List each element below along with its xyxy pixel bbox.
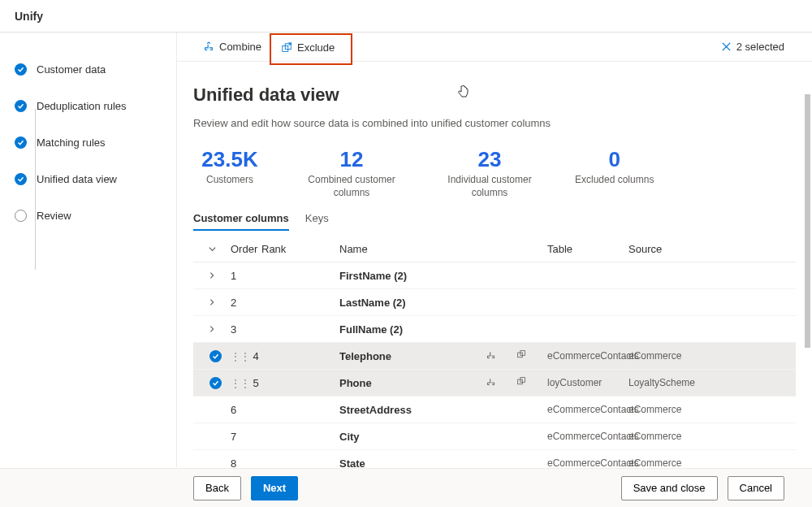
row-table: eCommerceContacts (547, 404, 628, 415)
row-source: eCommerce (628, 431, 718, 442)
row-name: Phone (339, 377, 486, 389)
step-label: Deduplication rules (37, 100, 127, 112)
action-toolbar: Combine Exclude 2 selected (177, 32, 812, 62)
back-button[interactable]: Back (193, 476, 241, 500)
exclude-icon[interactable] (516, 376, 527, 387)
stat-label: Individual customer columns (437, 174, 542, 199)
row-toggle[interactable] (193, 325, 231, 333)
table-row[interactable]: 6StreetAddresseCommerceContactseCommerce (193, 396, 796, 423)
row-toggle (193, 377, 231, 389)
table-row[interactable]: ⋮⋮ 4TelephoneeCommerceContactseCommerce (193, 343, 796, 370)
stat-label: Excluded columns (575, 174, 654, 187)
row-order: 3 (231, 323, 261, 336)
drag-handle-icon[interactable]: ⋮⋮ (231, 351, 250, 362)
main-panel: Combine Exclude 2 selected Unified data … (176, 32, 812, 467)
next-button[interactable]: Next (251, 476, 298, 500)
tab-keys[interactable]: Keys (305, 207, 329, 231)
stat-value: 0 (575, 147, 654, 172)
table-row[interactable]: 2LastName (2) (193, 289, 796, 316)
check-icon (15, 173, 27, 185)
col-order[interactable]: Order (231, 243, 261, 255)
row-table: eCommerceContacts (547, 431, 628, 442)
col-name[interactable]: Name (339, 243, 486, 255)
chevron-down-icon[interactable] (193, 245, 231, 254)
selection-count[interactable]: 2 selected (721, 41, 784, 53)
stat-value: 23.5K (193, 147, 266, 172)
check-icon (15, 63, 27, 76)
table-row[interactable]: 3FullName (2) (193, 316, 796, 343)
check-icon (15, 100, 27, 112)
columns-table: Order Rank Name Table Source 1FirstName … (193, 236, 796, 477)
step-review[interactable]: Review (15, 210, 176, 222)
row-order: 7 (231, 431, 261, 443)
table-row[interactable]: 1FirstName (2) (193, 262, 796, 289)
row-name: FullName (2) (339, 323, 486, 336)
selected-check-icon[interactable] (209, 377, 222, 389)
row-name: LastName (2) (339, 297, 486, 309)
scrollbar-thumb[interactable] (805, 94, 810, 348)
stat-label: Customers (193, 174, 266, 187)
wizard-sidebar: Customer data Deduplication rules Matchi… (0, 32, 176, 467)
step-label: Customer data (37, 63, 106, 76)
row-table: eCommerceContacts (547, 350, 628, 362)
stat-value: 12 (299, 147, 404, 172)
row-toggle (193, 350, 231, 362)
page-subtitle: Review and edit how source data is combi… (193, 117, 796, 129)
row-name: Telephone (339, 350, 486, 362)
exclude-icon (281, 42, 292, 54)
step-dedup-rules[interactable]: Deduplication rules (15, 100, 176, 112)
app-titlebar: Unify (0, 0, 812, 32)
row-order: 6 (231, 404, 261, 416)
row-name: StreetAddress (339, 404, 486, 416)
row-order: ⋮⋮ 4 (231, 350, 261, 362)
row-table: loyCustomer (547, 377, 628, 388)
stat-value: 23 (437, 147, 542, 172)
row-order: 1 (231, 270, 261, 282)
step-unified-data-view[interactable]: Unified data view (15, 173, 176, 185)
exclude-icon[interactable] (516, 349, 527, 360)
check-icon (15, 136, 27, 149)
selected-check-icon[interactable] (209, 350, 222, 362)
row-source: eCommerce (628, 350, 718, 362)
col-table[interactable]: Table (547, 243, 628, 255)
table-header: Order Rank Name Table Source (193, 236, 796, 262)
app-title: Unify (15, 10, 43, 23)
drag-handle-icon[interactable]: ⋮⋮ (231, 378, 250, 389)
table-row[interactable]: 7CityeCommerceContactseCommerce (193, 423, 796, 450)
step-label: Unified data view (37, 173, 117, 185)
row-name: FirstName (2) (339, 270, 486, 282)
exclude-button[interactable]: Exclude (276, 41, 339, 54)
step-label: Matching rules (37, 136, 106, 149)
view-tabs: Customer columns Keys (193, 207, 796, 231)
combine-button[interactable]: Combine (195, 37, 270, 56)
exclude-highlight-box: Exclude (270, 33, 352, 65)
stat-customers: 23.5K Customers (193, 147, 266, 199)
wizard-footer: Back Next Save and close Cancel (0, 468, 812, 507)
combine-icon (203, 41, 214, 53)
step-matching-rules[interactable]: Matching rules (15, 136, 176, 149)
page-title: Unified data view (193, 84, 796, 106)
table-row[interactable]: ⋮⋮ 5PhoneloyCustomerLoyaltyScheme (193, 370, 796, 396)
row-source: eCommerce (628, 404, 718, 415)
close-icon (721, 41, 732, 52)
combine-icon[interactable] (486, 349, 496, 360)
tab-customer-columns[interactable]: Customer columns (193, 207, 289, 231)
col-rank[interactable]: Rank (261, 243, 299, 255)
stats-row: 23.5K Customers 12 Combined customer col… (193, 147, 796, 199)
stat-excluded-cols: 0 Excluded columns (575, 147, 654, 199)
row-toggle[interactable] (193, 271, 231, 280)
step-customer-data[interactable]: Customer data (15, 63, 176, 76)
selection-count-text: 2 selected (736, 41, 784, 53)
row-toggle[interactable] (193, 298, 231, 306)
step-label: Review (37, 210, 71, 222)
combine-icon[interactable] (486, 376, 496, 387)
circle-icon (15, 210, 27, 222)
combine-label: Combine (219, 41, 261, 53)
row-order: 2 (231, 297, 261, 309)
exclude-label: Exclude (297, 41, 335, 54)
step-connector-line (35, 109, 36, 270)
cancel-button[interactable]: Cancel (728, 476, 784, 500)
row-order: ⋮⋮ 5 (231, 377, 261, 389)
col-source[interactable]: Source (628, 243, 718, 255)
save-close-button[interactable]: Save and close (621, 476, 718, 500)
